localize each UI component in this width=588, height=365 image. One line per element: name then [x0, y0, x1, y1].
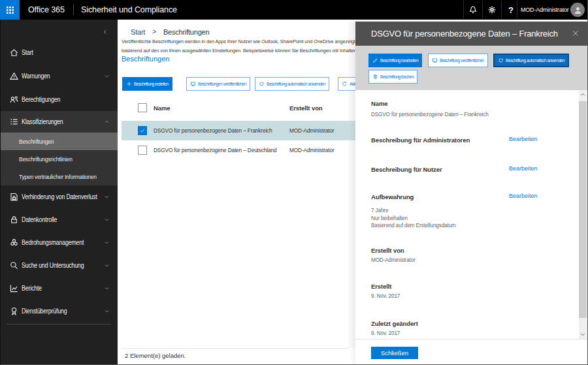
beschriftung-automatisch-anwenden-button[interactable]: Beschriftung automatisch anwenden [493, 54, 569, 67]
beschriftung-erstellen-button[interactable]: Beschriftung erstellen [122, 77, 172, 91]
chevron-left-icon [102, 29, 108, 35]
permissions-icon [9, 95, 19, 104]
app-title: Sicherheit und Compliance [81, 0, 177, 20]
classifications-icon [9, 117, 19, 127]
row-checkbox[interactable] [138, 126, 147, 135]
publish-icon [190, 81, 196, 87]
beschriftungen-veroeffentlichen-button[interactable]: Beschriftungen veröffentlichen [186, 77, 250, 91]
beschriftung-bearbeiten-button[interactable]: Beschriftung bearbeiten [368, 54, 422, 67]
section-value: Basierend auf dem Erstellungsdatum [371, 222, 456, 229]
section-label-beschreibung-fuer-administratoren: Beschreibung für Administratoren [371, 136, 470, 144]
scrollbar-thumb[interactable] [579, 101, 587, 318]
chevron-down-icon [104, 308, 110, 314]
warning-icon [9, 71, 19, 81]
badge-icon [9, 306, 19, 316]
section-value: 9. Nov. 2017 [371, 330, 400, 336]
autoapply-icon [498, 57, 504, 63]
sidebar-item-berichte[interactable]: Berichte [0, 277, 118, 300]
chart-icon [9, 283, 19, 293]
avatar[interactable] [570, 3, 585, 17]
panel-scrollbar[interactable] [579, 90, 587, 339]
sidebar-collapse-button[interactable] [98, 25, 112, 39]
intro-link[interactable]: Beschriftungen [122, 55, 169, 63]
bell-icon [468, 5, 478, 14]
sidebar-item-beschriftungen[interactable]: Beschriftungen [0, 133, 118, 150]
column-header-created-by[interactable]: Erstellt von [289, 104, 323, 112]
row-created-by: MOD-Administrator [289, 127, 335, 134]
section-label-erstellt-von: Erstellt von [371, 247, 404, 254]
scroll-up-icon[interactable] [579, 90, 587, 99]
beschriftung-automatisch-anwenden-button[interactable]: Beschriftung automatisch anwenden [255, 77, 329, 91]
window-border-left [0, 20, 1, 365]
row-name: DSGVO für personenbezogene Daten – Frank… [154, 127, 272, 134]
section-label-zuletzt-geaendert: Zuletzt geändert [371, 320, 418, 327]
section-label-erstellt: Erstellt [371, 283, 391, 290]
settings-button[interactable] [483, 0, 501, 20]
bearbeiten-link-beschreibung-fuer-administratoren[interactable]: Bearbeiten [509, 136, 538, 142]
chevron-down-icon [104, 194, 110, 200]
sidebar-item-beschriftungsrichtlinien[interactable]: Beschriftungsrichtlinien [0, 150, 118, 168]
panel-close-button[interactable] [572, 29, 580, 38]
section-value: Nur beibehalten [371, 215, 408, 221]
beschriftung-loeschen-button[interactable]: Beschriftung löschen [368, 70, 417, 84]
notifications-button[interactable] [464, 0, 482, 20]
brand-title[interactable]: Office 365 [28, 0, 65, 20]
panel-content: NameDSGVO für personenbezogene Daten – F… [355, 90, 587, 339]
panel-toolbar: Beschriftung bearbeitenBeschriftung verö… [355, 46, 587, 90]
sidebar-item-dienstueberpruefung[interactable]: Dienstüberprüfung [0, 300, 118, 323]
chevron-down-icon [104, 240, 110, 246]
app-launcher-button[interactable] [0, 0, 20, 20]
dlp-icon [9, 192, 19, 202]
topbar-divider [517, 1, 517, 19]
sidebar-item-suche-und-untersuchung[interactable]: Suche und Untersuchung [0, 254, 118, 277]
breadcrumb-start-link[interactable]: Start [131, 28, 145, 36]
table-row[interactable]: DSGVO für personenbezogene Daten – Deuts… [122, 140, 355, 160]
sidebar-item-typen-vertraulicher-informationen[interactable]: Typen vertraulicher Informationen [0, 168, 118, 185]
section-label-aufbewahrung: Aufbewahrung [371, 193, 414, 200]
main-scrollbar-track[interactable] [348, 21, 355, 348]
chevron-down-icon [104, 217, 110, 223]
chevron-up-icon [104, 119, 110, 125]
panel-title: DSGVO für personenbezogene Daten – Frank… [371, 29, 558, 39]
table-row[interactable]: DSGVO für personenbezogene Daten – Frank… [122, 121, 355, 140]
row-checkbox[interactable] [138, 146, 147, 155]
breadcrumb-current: Beschriftungen [163, 28, 210, 36]
close-panel-button[interactable]: Schließen [371, 347, 418, 359]
select-all-checkbox[interactable] [138, 103, 147, 112]
breadcrumb: Start > Beschriftungen [131, 27, 209, 37]
row-created-by: MOD-Administrator [289, 146, 335, 153]
sidebar-item-start[interactable]: Start [0, 40, 118, 64]
close-icon [572, 29, 580, 37]
scroll-down-icon[interactable] [579, 330, 587, 339]
bearbeiten-link-aufbewahrung[interactable]: Bearbeiten [509, 193, 538, 199]
waffle-icon [6, 6, 14, 14]
bearbeiten-link-beschreibung-fuer-nutzer[interactable]: Bearbeiten [509, 165, 538, 172]
sidebar-item-verhinderung-von-datenverlust[interactable]: Verhinderung von Datenverlust [0, 185, 118, 208]
sidebar-divider [7, 324, 111, 325]
user-name[interactable]: MOD-Administrator [521, 0, 569, 20]
details-panel: DSGVO für personenbezogene Daten – Frank… [355, 22, 587, 364]
column-header-name[interactable]: Name [154, 104, 170, 112]
sidebar-item-klassifizierungen[interactable]: Klassifizierungen [0, 111, 118, 133]
sidebar-item-bedrohungsmanagement[interactable]: Bedrohungsmanagement [0, 231, 118, 254]
section-label-beschreibung-fuer-nutzer: Beschreibung für Nutzer [371, 166, 442, 173]
sidebar-item-warnungen[interactable]: Warnungen [0, 64, 118, 87]
row-name: DSGVO für personenbezogene Daten – Deuts… [154, 146, 276, 153]
search-icon [9, 261, 19, 270]
lock-icon [9, 215, 19, 225]
sidebar-nav: StartWarnungenBerechtigungenKlassifizier… [0, 20, 118, 365]
beschriftung-veroeffentlichen-button[interactable]: Beschriftung veröffentlichen [428, 54, 488, 67]
sidebar-item-berechtigungen[interactable]: Berechtigungen [0, 87, 118, 111]
section-label-name: Name [371, 100, 387, 107]
autoapply-icon [259, 81, 265, 87]
biohazard-icon [9, 238, 19, 247]
sidebar-item-datenkontrolle[interactable]: Datenkontrolle [0, 208, 118, 231]
edit-icon [372, 57, 378, 63]
publish-icon [432, 57, 438, 63]
status-divider [122, 348, 348, 349]
home-icon [9, 48, 19, 57]
section-value: MOD-Administrator [371, 257, 416, 263]
refresh-icon [342, 81, 348, 87]
chevron-down-icon [104, 73, 110, 79]
gear-icon [487, 5, 497, 14]
